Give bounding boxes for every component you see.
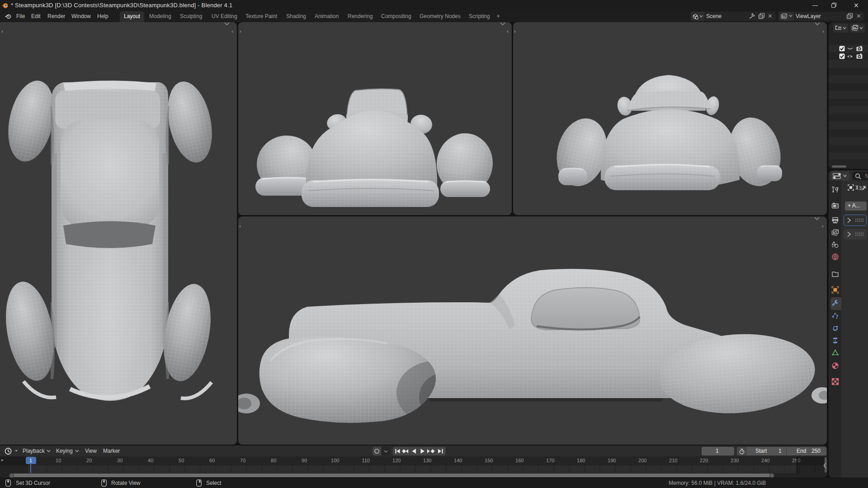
svg-text:3: 3 <box>859 185 862 191</box>
